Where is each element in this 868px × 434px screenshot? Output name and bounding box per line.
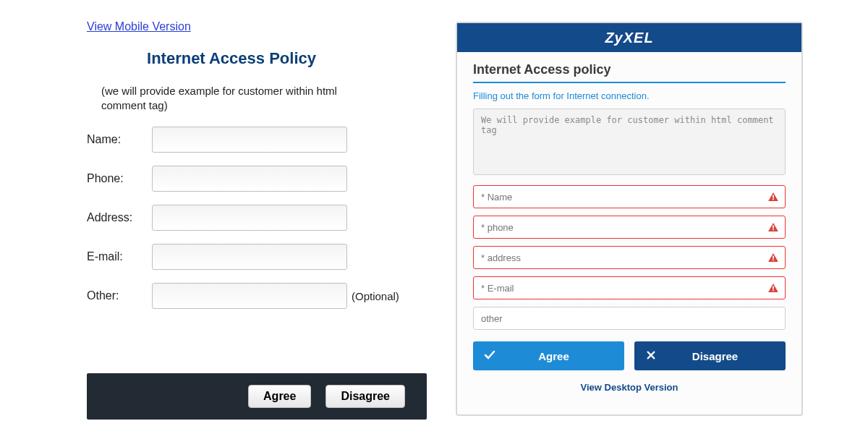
mobile-button-row: Agree Disagree bbox=[473, 341, 786, 370]
email-label: E-mail: bbox=[87, 250, 152, 263]
mobile-page-title: Internet Access policy bbox=[473, 62, 786, 83]
mobile-other-input[interactable] bbox=[473, 307, 786, 330]
other-label: Other: bbox=[87, 289, 152, 302]
warning-icon bbox=[768, 192, 778, 201]
email-row: E-mail: bbox=[87, 244, 434, 270]
other-row: Other: (Optional) bbox=[87, 283, 434, 309]
warning-icon bbox=[768, 223, 778, 231]
name-row: Name: bbox=[87, 127, 434, 153]
mobile-address-row bbox=[473, 246, 786, 269]
brand-header: ZyXEL bbox=[457, 23, 801, 52]
mobile-email-input[interactable] bbox=[473, 276, 786, 299]
desktop-panel: View Mobile Version Internet Access Poli… bbox=[0, 0, 434, 434]
mobile-body: Internet Access policy Filling out the f… bbox=[457, 52, 801, 414]
phone-row: Phone: bbox=[87, 166, 434, 192]
address-label: Address: bbox=[87, 211, 152, 224]
mobile-agree-button[interactable]: Agree bbox=[473, 341, 624, 370]
phone-input[interactable] bbox=[152, 166, 347, 192]
svg-rect-4 bbox=[773, 225, 774, 228]
name-label: Name: bbox=[87, 133, 152, 146]
mobile-name-row bbox=[473, 185, 786, 208]
desktop-button-bar: Agree Disagree bbox=[87, 373, 427, 420]
mobile-subtitle: Filling out the form for Internet connec… bbox=[473, 90, 786, 101]
email-input[interactable] bbox=[152, 244, 347, 270]
agree-button[interactable]: Agree bbox=[248, 385, 311, 408]
svg-rect-7 bbox=[773, 255, 774, 258]
view-mobile-link[interactable]: View Mobile Version bbox=[87, 20, 191, 33]
mobile-phone-row bbox=[473, 216, 786, 239]
disagree-button[interactable]: Disagree bbox=[326, 385, 405, 408]
info-textarea[interactable] bbox=[473, 109, 786, 175]
warning-icon bbox=[768, 253, 778, 262]
mobile-agree-label: Agree bbox=[483, 350, 624, 362]
address-row: Address: bbox=[87, 205, 434, 231]
mobile-disagree-label: Disagree bbox=[644, 350, 786, 362]
mobile-panel: ZyXEL Internet Access policy Filling out… bbox=[456, 22, 803, 416]
phone-label: Phone: bbox=[87, 172, 152, 185]
svg-rect-5 bbox=[773, 229, 774, 231]
mobile-address-input[interactable] bbox=[473, 246, 786, 269]
example-note: (we will provide example for customer wi… bbox=[101, 84, 354, 112]
mobile-other-row bbox=[473, 307, 786, 330]
name-input[interactable] bbox=[152, 127, 347, 153]
svg-rect-10 bbox=[773, 286, 774, 289]
svg-rect-11 bbox=[773, 290, 774, 292]
svg-rect-2 bbox=[773, 199, 774, 200]
other-input[interactable] bbox=[152, 283, 347, 309]
mobile-email-row bbox=[473, 276, 786, 299]
mobile-name-input[interactable] bbox=[473, 185, 786, 208]
view-desktop-link[interactable]: View Desktop Version bbox=[473, 382, 786, 393]
warning-icon bbox=[768, 284, 778, 292]
optional-text: (Optional) bbox=[352, 290, 399, 302]
mobile-disagree-button[interactable]: Disagree bbox=[634, 341, 786, 370]
address-input[interactable] bbox=[152, 205, 347, 231]
svg-rect-1 bbox=[773, 195, 774, 197]
svg-rect-8 bbox=[773, 260, 774, 261]
page-title: Internet Access Policy bbox=[72, 49, 391, 68]
mobile-phone-input[interactable] bbox=[473, 216, 786, 239]
